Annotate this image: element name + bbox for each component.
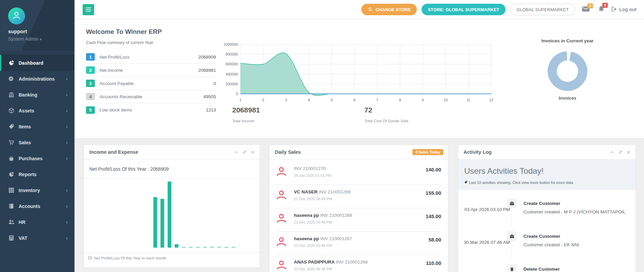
- activity-action: Create Customer: [523, 234, 560, 239]
- messages-button[interactable]: 0: [580, 5, 592, 14]
- svg-text:600000: 600000: [226, 62, 238, 66]
- daily-sale-row[interactable]: VC NASER INV 21000126921 Dec 2025 08:49 …: [276, 185, 441, 208]
- month-profit-bar: [175, 244, 178, 248]
- book-icon: [8, 203, 14, 209]
- sidebar-item-hr[interactable]: HR‹: [0, 214, 74, 230]
- daily-sale-row[interactable]: INV 21000127029 Jan 2026 01:51 PM140.00: [276, 162, 441, 185]
- sidebar-role-dropdown[interactable]: System Admin ▾: [8, 36, 74, 42]
- user-icon: [12, 10, 22, 22]
- sidebar-item-banking[interactable]: Banking‹: [0, 87, 74, 103]
- sidebar-item-dashboard[interactable]: Dashboard: [0, 55, 74, 71]
- activity-date: 03 Apr 2026 03:10 PM: [458, 207, 510, 212]
- svg-text:6: 6: [353, 98, 356, 102]
- daily-sale-row[interactable]: haseena pp INV 21000126721 Dec 2025 03:4…: [276, 232, 441, 255]
- svg-text:5: 5: [330, 98, 332, 102]
- stat-row: 5Low stock items1213: [86, 103, 216, 117]
- daily-sale-row[interactable]: ANAS PADIPPURA INV 21000126620 Dec 2025 …: [276, 255, 441, 272]
- invoice-number: INV 210001266: [336, 259, 368, 265]
- activity-timeline: 03 Apr 2026 03:10 PMCreate CustomerCusto…: [458, 190, 636, 272]
- svg-text:800000: 800000: [226, 52, 238, 56]
- sidebar-item-items[interactable]: Items‹: [0, 119, 74, 134]
- collapse-icon[interactable]: [234, 150, 239, 154]
- change-store-button[interactable]: CHANGE STORE: [361, 4, 417, 15]
- month-profit-bar: [210, 247, 214, 248]
- wrench-icon[interactable]: [242, 150, 247, 154]
- customer-icon: [276, 190, 286, 201]
- close-icon[interactable]: [626, 150, 631, 154]
- sidebar-item-label: Items: [19, 124, 31, 129]
- bank-icon: [8, 92, 14, 98]
- svg-text:3: 3: [285, 98, 287, 102]
- income-expense-panel: Income and Expense Net Profit/Loss Of th…: [84, 145, 260, 268]
- calculator-icon: [8, 235, 14, 241]
- sidebar-item-assets[interactable]: Assets‹: [0, 103, 74, 119]
- month-profit-bar: [160, 199, 164, 248]
- sidebar-item-purchases[interactable]: Purchases‹: [0, 150, 74, 166]
- customer-icon: [276, 213, 286, 224]
- customer-icon: [276, 166, 286, 177]
- sidebar-item-inventory[interactable]: Inventory‹: [0, 182, 74, 198]
- sidebar-item-vat[interactable]: VAT‹: [0, 230, 74, 246]
- sidebar-item-administrations[interactable]: Administrations‹: [0, 71, 74, 87]
- net-profit-summary: Net Profit/Loss Of this Year : 2068909: [84, 160, 260, 178]
- collapse-icon[interactable]: [610, 150, 615, 154]
- chevron-left-icon: ‹: [66, 92, 68, 98]
- sidebar-item-accounts[interactable]: Accounts‹: [0, 198, 74, 214]
- svg-text:200000: 200000: [226, 82, 238, 86]
- wrench-icon[interactable]: [618, 150, 623, 154]
- total-cogs-block: 72 Total Cost Of Goods Sold: [364, 106, 408, 123]
- total-income-label: Total Income: [232, 119, 260, 123]
- svg-text:1000000: 1000000: [223, 42, 238, 46]
- sidebar-item-reports[interactable]: Reports: [0, 166, 74, 182]
- notifications-button[interactable]: 0: [596, 4, 606, 15]
- sidebar-item-sales[interactable]: Sales‹: [0, 134, 74, 150]
- current-store-button[interactable]: STORE: GLOBAL SUPERMARKET: [422, 4, 505, 15]
- month-profit-bar: [189, 247, 193, 248]
- activity-entry: 30 Mar 2026 07:46 AMCreate CustomerCusto…: [458, 232, 636, 265]
- activity-date: 30 Mar 2026 07:46 AM: [458, 240, 510, 245]
- page-title: Welcome To Winner ERP: [86, 28, 162, 36]
- stat-value: 2068981: [198, 68, 216, 73]
- daily-sale-row[interactable]: haseena pp INV 21000126821 Dec 2025 03:4…: [276, 208, 441, 232]
- sidebar-profile: support System Admin ▾: [0, 0, 74, 51]
- stat-number-badge: 3: [86, 80, 95, 87]
- svg-text:9: 9: [422, 98, 424, 102]
- daily-sales-panel: Daily Sales 0 Sales Today INV 2100012702…: [269, 145, 448, 272]
- sales-today-badge: 0 Sales Today: [412, 149, 443, 155]
- invoice-number: INV 210001269: [319, 189, 351, 194]
- store-name-pill[interactable]: GLOBAL SUPERMARKET: [510, 4, 575, 15]
- stat-label: Net Profit/Loss: [100, 55, 130, 60]
- stat-row: 4Accounts Receivable49505: [86, 90, 216, 103]
- activity-action: Create Customer: [523, 201, 560, 206]
- invoice-amount: 145.00: [426, 213, 441, 219]
- daily-sales-title: Daily Sales: [275, 149, 301, 155]
- stat-label: Low stock items: [100, 107, 132, 112]
- month-profit-bar: [168, 182, 171, 248]
- invoice-line: haseena pp INV 210001268: [294, 213, 352, 218]
- close-icon[interactable]: [251, 150, 255, 154]
- svg-text:400000: 400000: [226, 72, 238, 76]
- activity-log-panel: Activity Log Users Actvities Today! Last…: [458, 145, 636, 272]
- invoice-amount: 58.00: [428, 237, 441, 243]
- chevron-left-icon: ‹: [66, 204, 68, 209]
- swap-arrows-icon: [367, 7, 373, 13]
- sidebar-item-label: Dashboard: [19, 60, 43, 66]
- logout-button[interactable]: Log out: [611, 6, 637, 13]
- invoices-donut-chart: [546, 50, 588, 92]
- chevron-left-icon: ‹: [66, 188, 68, 193]
- stat-number-badge: 4: [86, 93, 95, 100]
- svg-text:12: 12: [489, 98, 493, 102]
- sidebar-item-label: Sales: [19, 140, 31, 145]
- month-profit-bar: [217, 247, 221, 248]
- total-income-value: 2068981: [232, 106, 260, 114]
- sidebar: support System Admin ▾ DashboardAdminist…: [0, 0, 74, 272]
- chevron-left-icon: ‹: [66, 219, 68, 225]
- invoice-datetime: 20 Dec 2025 09:38 PM: [294, 267, 332, 271]
- sidebar-item-label: Assets: [19, 108, 34, 113]
- briefcase-icon: [507, 232, 516, 240]
- cart-icon: [8, 140, 14, 145]
- svg-text:11: 11: [467, 98, 470, 102]
- messages-count-badge: 0: [587, 3, 593, 8]
- income-expense-title: Income and Expense: [89, 149, 138, 155]
- menu-toggle-button[interactable]: [83, 4, 94, 15]
